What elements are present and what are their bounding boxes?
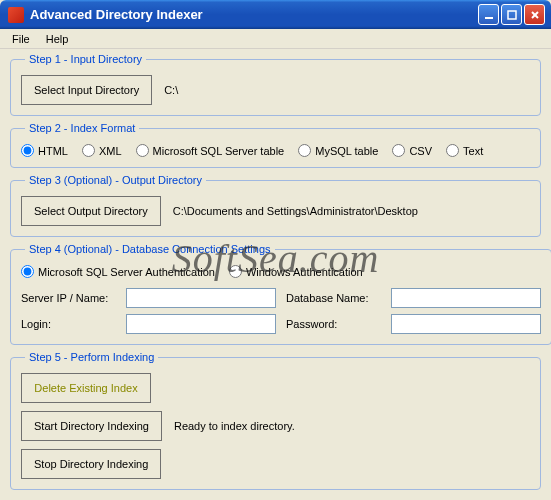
select-output-directory-button[interactable]: Select Output Directory [21,196,161,226]
step1-group: Step 1 - Input Directory Select Input Di… [10,53,541,116]
radio-html[interactable]: HTML [21,144,68,157]
radio-xml[interactable]: XML [82,144,122,157]
radio-win-auth-input[interactable] [229,265,242,278]
menubar: File Help [0,29,551,49]
close-button[interactable] [524,4,545,25]
radio-csv[interactable]: CSV [392,144,432,157]
content-area: Step 1 - Input Directory Select Input Di… [0,49,551,500]
input-directory-path: C:\ [164,84,178,96]
step1-legend: Step 1 - Input Directory [25,53,146,65]
login-label: Login: [21,318,116,330]
minimize-button[interactable] [478,4,499,25]
step5-legend: Step 5 - Perform Indexing [25,351,158,363]
step3-legend: Step 3 (Optional) - Output Directory [25,174,206,186]
start-directory-indexing-button[interactable]: Start Directory Indexing [21,411,162,441]
step5-group: Step 5 - Perform Indexing Delete Existin… [10,351,541,490]
login-input[interactable] [126,314,276,334]
database-label: Database Name: [286,292,381,304]
password-input[interactable] [391,314,541,334]
radio-win-auth[interactable]: Windows Authentication [229,265,363,278]
svg-rect-1 [508,11,516,19]
server-label: Server IP / Name: [21,292,116,304]
window-title: Advanced Directory Indexer [28,7,478,22]
svg-rect-0 [485,17,493,19]
radio-sql-auth-input[interactable] [21,265,34,278]
radio-mysql-input[interactable] [298,144,311,157]
radio-sql-auth[interactable]: Microsoft SQL Server Authentication [21,265,215,278]
step4-legend: Step 4 (Optional) - Database Connection … [25,243,275,255]
radio-csv-input[interactable] [392,144,405,157]
indexing-status: Ready to index directory. [174,420,295,432]
radio-mysql[interactable]: MySQL table [298,144,378,157]
radio-xml-input[interactable] [82,144,95,157]
step2-group: Step 2 - Index Format HTML XML Microsoft… [10,122,541,168]
stop-directory-indexing-button[interactable]: Stop Directory Indexing [21,449,161,479]
window-controls [478,4,545,25]
maximize-button[interactable] [501,4,522,25]
radio-text[interactable]: Text [446,144,483,157]
select-input-directory-button[interactable]: Select Input Directory [21,75,152,105]
server-input[interactable] [126,288,276,308]
app-icon [8,7,24,23]
step3-group: Step 3 (Optional) - Output Directory Sel… [10,174,541,237]
titlebar: Advanced Directory Indexer [0,0,551,29]
radio-text-input[interactable] [446,144,459,157]
radio-mssql-input[interactable] [136,144,149,157]
step2-legend: Step 2 - Index Format [25,122,139,134]
menu-file[interactable]: File [4,31,38,47]
step4-group: Step 4 (Optional) - Database Connection … [10,243,551,345]
password-label: Password: [286,318,381,330]
delete-existing-index-button[interactable]: Delete Existing Index [21,373,151,403]
menu-help[interactable]: Help [38,31,77,47]
output-directory-path: C:\Documents and Settings\Administrator\… [173,205,418,217]
database-input[interactable] [391,288,541,308]
radio-html-input[interactable] [21,144,34,157]
radio-mssql[interactable]: Microsoft SQL Server table [136,144,285,157]
